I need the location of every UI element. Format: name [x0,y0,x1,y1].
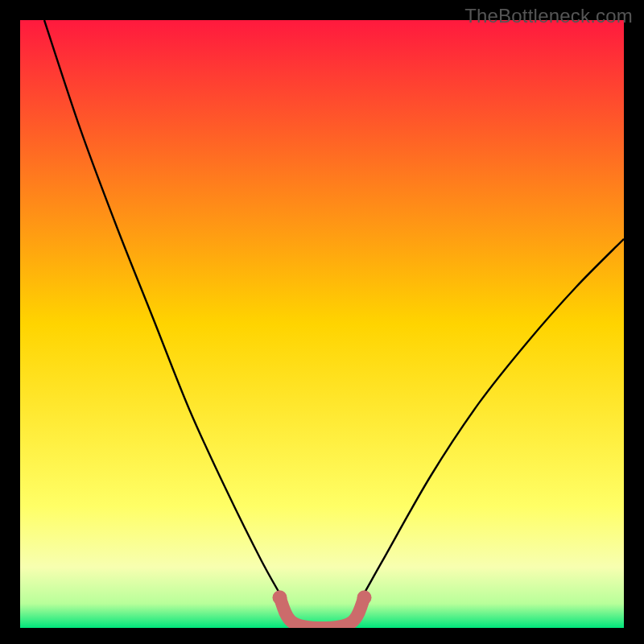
chart-frame: TheBottleneck.com [0,0,644,644]
watermark-text: TheBottleneck.com [464,5,633,27]
svg-point-0 [273,590,287,605]
svg-point-1 [357,590,372,605]
chart-background [20,20,624,628]
chart-plot-area [20,20,624,628]
chart-svg [20,20,624,628]
